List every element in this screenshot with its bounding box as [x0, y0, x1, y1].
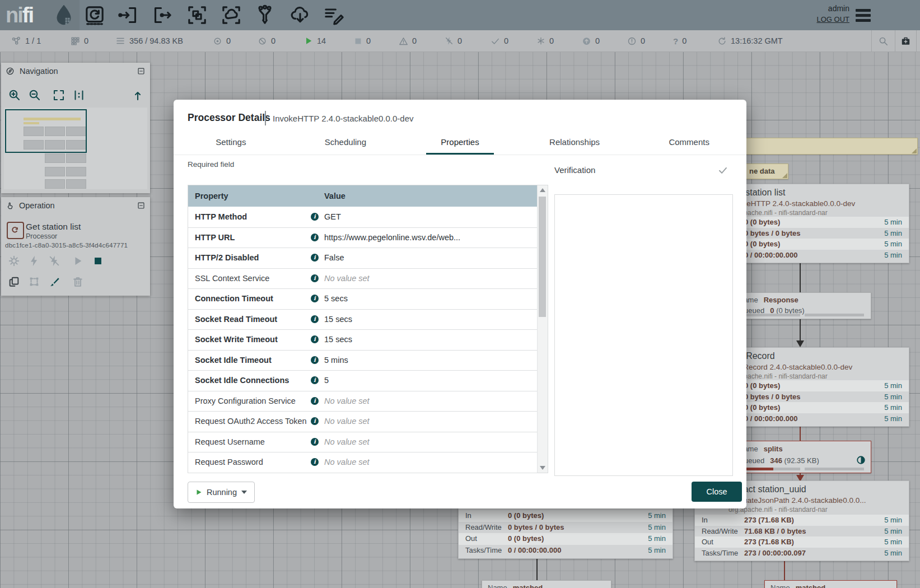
table-row[interactable]: HTTP/2 DisablediFalse	[188, 248, 538, 269]
connection-name-label: Name	[488, 584, 507, 588]
table-row[interactable]: Socket Write Timeouti15 secs	[188, 329, 538, 351]
processor-type: EvaluateJsonPath 2.4.0-stackable0.0.0...	[728, 496, 866, 505]
connection-response[interactable]: NameResponse Queued0 (0 bytes)	[732, 292, 871, 319]
connection-name: matched	[513, 584, 543, 588]
table-row[interactable]: SSL Context ServiceiNo value set	[188, 268, 538, 290]
stat-value: 0 bytes / 0 bytes	[508, 522, 564, 534]
delete-trash-icon[interactable]	[72, 276, 85, 289]
label-resize-handle[interactable]	[912, 148, 917, 153]
processor-badge-icon	[7, 222, 24, 239]
table-row[interactable]: Request UsernameiNo value set	[188, 432, 538, 453]
tab-properties[interactable]: Properties	[403, 131, 517, 155]
logout-link[interactable]: LOG OUT	[816, 15, 849, 24]
panel-title: Navigation	[20, 67, 58, 76]
drag-processor-icon[interactable]	[82, 3, 107, 27]
drag-process-group-icon[interactable]	[185, 3, 209, 27]
scroll-down-arrow[interactable]	[540, 466, 545, 470]
processor-details-dialog: Processor Details InvokeHTTP 2.4.0-stack…	[174, 100, 746, 508]
close-button[interactable]: Close	[692, 482, 742, 502]
selected-component-id: dbc1fce1-c8a0-3015-a8c5-3f4d4c647771	[5, 241, 128, 249]
queued-flowfiles-indicator: 356 / 94.83 KB	[115, 30, 183, 52]
status-bar: 1 / 1 0 356 / 94.83 KB 0 0 14 0 0 0 0 0	[0, 30, 920, 52]
zoom-in-button[interactable]	[8, 88, 21, 102]
required-field-label: Required field	[188, 160, 234, 169]
tab-scheduling[interactable]: Scheduling	[288, 131, 403, 155]
stat-value: 0 / 00:00:00.000	[744, 250, 797, 261]
configure-gear-icon[interactable]	[8, 255, 21, 268]
verification-check-icon[interactable]	[718, 165, 728, 175]
verification-title: Verification	[554, 165, 595, 175]
table-row[interactable]: Request OAuth2 Access Token Prov...iNo v…	[188, 411, 538, 432]
info-icon: i	[311, 458, 319, 466]
table-row[interactable]: HTTP URLihttps://www.pegelonline.wsv.de/…	[188, 227, 538, 249]
connection-name: splits	[764, 445, 783, 453]
table-row[interactable]: Connection Timeouti5 secs	[188, 288, 538, 310]
stat-value: 71.68 KB / 0 bytes	[744, 526, 806, 537]
zoom-fit-button[interactable]	[52, 88, 66, 102]
column-value: Value	[324, 185, 345, 207]
go-to-parent-icon[interactable]	[131, 88, 144, 102]
drag-template-cloud-icon[interactable]	[288, 3, 312, 27]
start-play-icon[interactable]	[72, 255, 85, 268]
stop-square-icon[interactable]	[92, 255, 105, 268]
scroll-up-arrow[interactable]	[540, 188, 545, 192]
compass-icon	[6, 67, 15, 76]
connection-line	[800, 318, 801, 340]
drag-output-port-icon[interactable]	[150, 3, 175, 27]
table-scrollbar[interactable]	[537, 185, 548, 473]
minimap-node	[66, 167, 86, 176]
connection-matched[interactable]: Namematched	[482, 580, 611, 588]
drag-input-port-icon[interactable]	[116, 3, 141, 27]
scroll-thumb[interactable]	[539, 197, 546, 317]
search-icon[interactable]	[878, 30, 889, 52]
table-row[interactable]: Socket Idle Connectionsi5	[188, 370, 538, 391]
table-row[interactable]: Socket Read Timeouti15 secs	[188, 309, 538, 330]
zoom-out-button[interactable]	[28, 88, 41, 102]
minimap-viewport[interactable]	[5, 109, 87, 153]
tab-relationships[interactable]: Relationships	[517, 131, 632, 155]
drag-remote-process-group-icon[interactable]	[219, 3, 244, 27]
connection-line	[800, 426, 801, 441]
stat-value: 0 / 00:00:00.000	[508, 545, 561, 557]
minimap[interactable]	[4, 108, 147, 189]
run-status-dropdown[interactable]: Running	[188, 482, 255, 503]
selected-component-type: Processor	[26, 232, 57, 240]
disabled-indicator: 0	[445, 30, 462, 52]
info-icon: i	[311, 356, 319, 364]
stat-window: 5 min	[884, 250, 902, 261]
copy-icon[interactable]	[8, 276, 21, 289]
info-icon: i	[311, 438, 319, 446]
stat-window: 5 min	[648, 533, 666, 545]
queue-bar	[739, 468, 800, 470]
stat-window: 5 min	[884, 526, 902, 537]
table-row[interactable]: Socket Idle Timeouti5 mins	[188, 350, 538, 371]
tab-settings[interactable]: Settings	[174, 131, 288, 155]
collapse-icon[interactable]	[137, 67, 145, 75]
drag-label-icon[interactable]	[321, 3, 346, 27]
stat-window: 5 min	[648, 510, 666, 522]
app-header: nifi admin LOG OUT	[0, 0, 920, 30]
table-row[interactable]: HTTP MethodiGET	[188, 207, 538, 228]
info-icon: i	[311, 315, 319, 323]
table-row[interactable]: Request PasswordiNo value set	[188, 452, 538, 473]
label-resize-handle[interactable]	[782, 173, 787, 178]
connection-splits[interactable]: Namesplits Queued346 (92.35 KB)	[732, 441, 871, 473]
collapse-icon[interactable]	[137, 202, 145, 209]
drag-funnel-icon[interactable]	[253, 3, 277, 27]
connection-line	[536, 558, 538, 580]
enable-bolt-icon[interactable]	[28, 255, 41, 268]
hand-pointer-icon	[6, 202, 14, 210]
stat-label: Out	[702, 536, 713, 548]
refresh-indicator[interactable]: 13:16:32 GMT	[717, 30, 783, 52]
group-selection-icon[interactable]	[28, 276, 41, 289]
first-aid-kit-icon[interactable]	[900, 30, 911, 52]
connection-matched-red[interactable]: Namematched	[764, 580, 897, 588]
color-brush-icon[interactable]	[48, 276, 62, 289]
panel-title: Operation	[19, 201, 55, 210]
disable-bolt-slash-icon[interactable]	[48, 255, 62, 268]
table-row[interactable]: Proxy Configuration ServiceiNo value set	[188, 391, 538, 412]
global-menu-icon[interactable]	[856, 7, 871, 24]
stat-value: 0 (0 bytes)	[744, 217, 780, 228]
tab-comments[interactable]: Comments	[632, 131, 746, 155]
zoom-actual-button[interactable]	[72, 88, 86, 102]
